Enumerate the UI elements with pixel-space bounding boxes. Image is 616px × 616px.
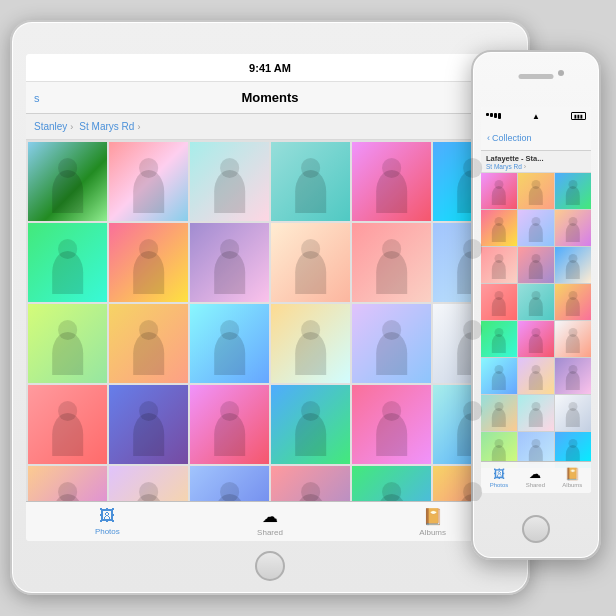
list-item[interactable] [555,210,591,246]
iphone-albums-icon: 📔 [565,467,580,481]
list-item[interactable] [518,321,554,357]
table-row[interactable] [28,304,107,383]
iphone-tab-albums[interactable]: 📔 Albums [562,467,582,488]
table-row[interactable] [109,223,188,302]
ipad-tab-bar: 🖼 Photos ☁ Shared 📔 Albums [26,501,514,541]
table-row[interactable] [190,466,269,501]
list-item[interactable] [518,358,554,394]
list-item[interactable] [481,321,517,357]
table-row[interactable] [28,385,107,464]
table-row[interactable] [190,223,269,302]
table-row[interactable] [352,142,431,221]
list-item[interactable] [481,173,517,209]
tab-photos-label: Photos [95,527,120,536]
ipad-time: 9:41 AM [249,62,291,74]
ipad-device: 9:41 AM 100% ▮ s Moments Stanley › [10,20,530,595]
list-item[interactable] [555,173,591,209]
iphone-screen: ▲ ▮▮▮ ‹ Collection Lafayette - Sta... St… [481,107,591,493]
table-row[interactable] [190,385,269,464]
table-row[interactable] [28,223,107,302]
table-row[interactable] [190,304,269,383]
table-row[interactable] [271,223,350,302]
list-item[interactable] [481,284,517,320]
ipad-home-button[interactable] [255,551,285,581]
table-row[interactable] [352,223,431,302]
table-row[interactable] [352,385,431,464]
iphone-shared-icon: ☁ [529,467,541,481]
ipad-nav-title: Moments [241,90,298,105]
table-row[interactable] [271,385,350,464]
iphone-location-bar: Lafayette - Sta... St Marys Rd › [481,151,591,173]
list-item[interactable] [518,210,554,246]
table-row[interactable] [109,304,188,383]
ipad-nav-bar: s Moments [26,82,514,114]
location-item-stmarys[interactable]: St Marys Rd › [79,121,140,132]
signal-bars [486,113,501,119]
list-item[interactable] [481,210,517,246]
list-item[interactable] [518,173,554,209]
table-row[interactable] [271,142,350,221]
table-row[interactable] [109,466,188,501]
albums-icon: 📔 [423,507,443,526]
list-item[interactable] [481,358,517,394]
tab-shared-label: Shared [257,528,283,537]
list-item[interactable] [518,284,554,320]
table-row[interactable] [271,304,350,383]
ipad-back-button[interactable]: s [34,92,40,104]
ipad-screen: 9:41 AM 100% ▮ s Moments Stanley › [26,54,514,541]
ipad-photo-grid-wrapper [26,140,514,501]
list-item[interactable] [481,247,517,283]
table-row[interactable] [109,385,188,464]
table-row[interactable] [28,142,107,221]
list-item[interactable] [555,247,591,283]
ipad-photo-grid [26,140,514,501]
iphone-tab-shared[interactable]: ☁ Shared [526,467,545,488]
tab-photos[interactable]: 🖼 Photos [26,507,189,536]
list-item[interactable] [518,395,554,431]
iphone-nav-bar: ‹ Collection [481,125,591,151]
table-row[interactable] [352,466,431,501]
list-item[interactable] [555,321,591,357]
iphone-back-button[interactable]: ‹ Collection [487,133,532,143]
iphone-speaker [519,74,554,79]
iphone-status-bar: ▲ ▮▮▮ [481,107,591,125]
wifi-icon: ▲ [532,112,540,121]
list-item[interactable] [555,395,591,431]
table-row[interactable] [271,466,350,501]
tab-shared[interactable]: ☁ Shared [189,507,352,537]
iphone-battery: ▮▮▮ [571,112,586,120]
iphone-device: ▲ ▮▮▮ ‹ Collection Lafayette - Sta... St… [471,50,601,560]
photos-icon: 🖼 [99,507,115,525]
iphone-photo-grid [481,173,591,468]
list-item[interactable] [518,247,554,283]
iphone-photos-icon: 🖼 [493,467,505,481]
table-row[interactable] [190,142,269,221]
ipad-status-bar: 9:41 AM 100% ▮ [26,54,514,82]
iphone-camera [558,70,564,76]
tab-albums-label: Albums [419,528,446,537]
table-row[interactable] [352,304,431,383]
list-item[interactable] [555,358,591,394]
iphone-home-button[interactable] [522,515,550,543]
location-item-stanley[interactable]: Stanley › [34,121,73,132]
table-row[interactable] [28,466,107,501]
list-item[interactable] [481,395,517,431]
list-item[interactable] [555,284,591,320]
ipad-location-bar: Stanley › St Marys Rd › J [26,114,514,140]
table-row[interactable] [109,142,188,221]
scene: 9:41 AM 100% ▮ s Moments Stanley › [0,0,616,616]
shared-icon: ☁ [262,507,278,526]
iphone-tab-photos[interactable]: 🖼 Photos [490,467,509,488]
iphone-tab-bar: 🖼 Photos ☁ Shared 📔 Albums [481,461,591,493]
